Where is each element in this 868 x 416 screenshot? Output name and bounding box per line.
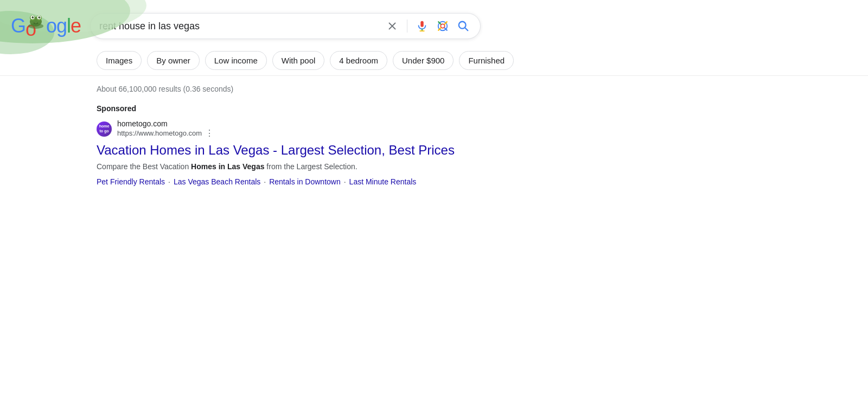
svg-rect-14	[420, 21, 424, 27]
page-header: G o	[0, 0, 868, 46]
svg-point-9	[32, 16, 34, 18]
chip-furnished[interactable]: Furnished	[459, 51, 514, 70]
chip-images[interactable]: Images	[97, 51, 142, 70]
chip-with-pool[interactable]: With pool	[272, 51, 325, 70]
ad-link-sep-2: ·	[264, 177, 266, 186]
logo-o1-frog: o	[25, 12, 46, 40]
ad-site-name: hometogo.com	[117, 119, 214, 128]
ad-result-hometogo: home to go hometogo.com https://www.home…	[97, 119, 487, 186]
svg-line-20	[465, 28, 468, 30]
filter-chips-bar: Images By owner Low income With pool 4 b…	[0, 46, 868, 76]
ad-sub-link-beach-rentals[interactable]: Las Vegas Beach Rentals	[174, 177, 260, 186]
ad-site-url: https://www.hometogo.com	[117, 129, 202, 137]
voice-search-button[interactable]	[414, 18, 430, 34]
mic-icon	[416, 20, 428, 32]
ad-options-button[interactable]: ⋮	[205, 128, 214, 138]
svg-point-11	[33, 17, 34, 17]
svg-point-13	[28, 23, 43, 29]
search-input[interactable]: rent house in las vegas	[99, 21, 380, 32]
search-divider	[407, 20, 407, 33]
ad-sub-link-pet-friendly[interactable]: Pet Friendly Rentals	[97, 177, 165, 186]
chip-4-bedroom[interactable]: 4 bedroom	[330, 51, 387, 70]
logo-o2: o	[46, 15, 56, 37]
logo-text: G o	[11, 12, 81, 40]
logo-l: l	[67, 15, 71, 37]
search-submit-icon	[457, 20, 469, 32]
ad-sub-links: Pet Friendly Rentals · Las Vegas Beach R…	[97, 177, 487, 186]
ad-title-link[interactable]: Vacation Homes in Las Vegas - Largest Se…	[97, 142, 487, 158]
image-search-button[interactable]	[435, 18, 451, 34]
ad-site-row: home to go hometogo.com https://www.home…	[97, 119, 487, 138]
chip-low-income[interactable]: Low income	[205, 51, 267, 70]
results-count: About 66,100,000 results (0.36 seconds)	[97, 85, 857, 93]
chip-under-900[interactable]: Under $900	[393, 51, 454, 70]
logo-e: e	[71, 15, 81, 37]
search-results: About 66,100,000 results (0.36 seconds) …	[0, 76, 868, 197]
clear-icon	[386, 20, 398, 32]
ad-sub-link-downtown[interactable]: Rentals in Downtown	[269, 177, 341, 186]
sponsored-label: Sponsored	[97, 104, 857, 113]
google-logo[interactable]: G o	[11, 12, 81, 40]
ad-link-sep-3: ·	[344, 177, 346, 186]
logo-g: G	[11, 15, 25, 37]
ad-sub-link-last-minute[interactable]: Last Minute Rentals	[349, 177, 417, 186]
ad-site-info: hometogo.com https://www.hometogo.com ⋮	[117, 119, 214, 138]
clear-button[interactable]	[384, 18, 400, 34]
svg-point-12	[40, 17, 40, 17]
search-submit-button[interactable]	[455, 18, 471, 34]
search-bar: rent house in las vegas	[90, 13, 481, 39]
svg-point-18	[441, 24, 444, 28]
lens-icon	[437, 20, 449, 32]
svg-point-10	[39, 16, 41, 18]
chip-by-owner[interactable]: By owner	[147, 51, 200, 70]
logo-g2: g	[56, 15, 67, 37]
search-bar-wrapper: rent house in las vegas	[90, 13, 481, 39]
frog-icon: o	[25, 12, 46, 40]
ad-description-bold: Homes in Las Vegas	[191, 162, 264, 171]
ad-description: Compare the Best Vacation Homes in Las V…	[97, 161, 487, 172]
header-inner: G o	[0, 7, 868, 46]
ad-site-url-row: https://www.hometogo.com ⋮	[117, 128, 214, 138]
ad-favicon: home to go	[97, 121, 112, 137]
ad-link-sep-1: ·	[168, 177, 170, 186]
